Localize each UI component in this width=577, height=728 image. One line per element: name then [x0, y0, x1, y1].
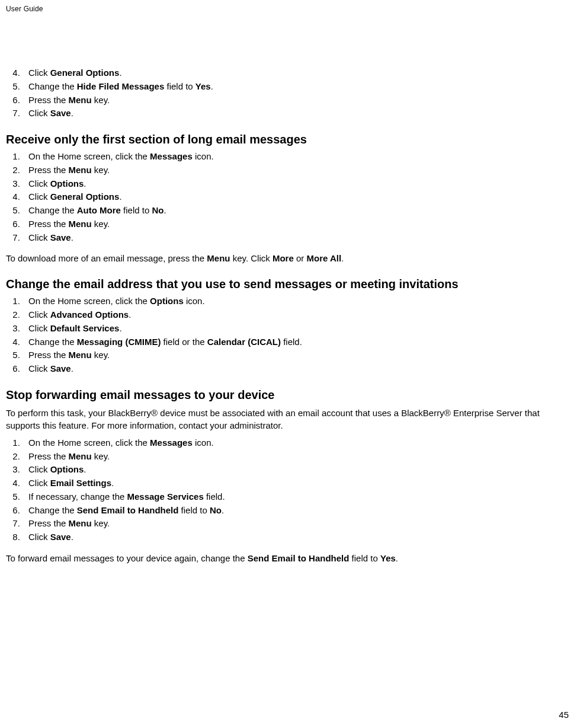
bold: Options [50, 464, 84, 474]
bold: Menu [207, 253, 230, 263]
text: Press the [28, 219, 69, 229]
step-item: Change the Hide Filed Messages field to … [23, 80, 571, 93]
text: Press the [28, 350, 69, 360]
bold: Menu [69, 95, 92, 105]
bold: Save [50, 232, 71, 242]
bold: Messages [150, 438, 193, 448]
step-item: Press the Menu key. [23, 164, 571, 177]
step-item: Press the Menu key. [23, 218, 571, 231]
bold: Options [150, 296, 184, 306]
bold: Hide Filed Messages [77, 81, 165, 91]
bold: Menu [69, 219, 92, 229]
step-item: Click Default Services. [23, 322, 571, 335]
step-item: Click Save. [23, 362, 571, 375]
steps-list-d: On the Home screen, click the Messages i… [6, 436, 571, 544]
step-item: Click General Options. [23, 66, 571, 79]
text: . [119, 68, 121, 78]
step-item: On the Home screen, click the Options ic… [23, 295, 571, 308]
page: User Guide Click General Options.Change … [0, 0, 577, 728]
text: key. [92, 350, 110, 360]
text: Click [28, 309, 50, 320]
step-item: Press the Menu key. [23, 94, 571, 107]
step-item: Change the Auto More field to No. [23, 204, 571, 217]
step-item: If necessary, change the Message Service… [23, 490, 571, 503]
step-item: Click General Options. [23, 190, 571, 203]
step-item: Click Save. [23, 231, 571, 244]
steps-list-b: On the Home screen, click the Messages i… [6, 150, 571, 244]
bold: Send Email to Handheld [77, 505, 179, 515]
page-number: 45 [559, 710, 569, 720]
bold: Save [50, 108, 71, 118]
text: On the Home screen, click the [28, 151, 150, 161]
text: key. [92, 219, 110, 229]
bold: Menu [69, 350, 92, 360]
text: . [111, 478, 114, 488]
bold: Auto More [77, 205, 121, 215]
text: On the Home screen, click the [28, 296, 150, 306]
bold: Send Email to Handheld [248, 553, 350, 563]
text: . [119, 323, 121, 333]
step-item: Change the Send Email to Handheld field … [23, 504, 571, 517]
text: Click [28, 232, 50, 242]
text: Change the [28, 505, 77, 515]
step-item: On the Home screen, click the Messages i… [23, 436, 571, 449]
text: Click [28, 108, 50, 118]
step-item: Press the Menu key. [23, 517, 571, 530]
text: To download more of an email message, pr… [6, 253, 207, 263]
text: . [129, 309, 131, 320]
text: . [341, 253, 344, 263]
text: . [84, 178, 86, 189]
text: . [71, 363, 73, 373]
bold: Messages [150, 151, 193, 161]
text: field or the [161, 337, 207, 347]
text: . [222, 505, 224, 515]
bold: No [152, 205, 164, 215]
text: . [71, 232, 73, 242]
bold: Yes [380, 553, 396, 563]
text: . [164, 205, 166, 215]
section-d-tail: To forward email messages to your device… [6, 552, 571, 564]
text: Click [28, 191, 50, 202]
step-item: Click Save. [23, 107, 571, 120]
bold: Advanced Options [50, 309, 129, 320]
text: Click [28, 478, 50, 488]
bold: Menu [69, 451, 92, 461]
bold: General Options [50, 68, 120, 78]
bold: Menu [69, 518, 92, 528]
text: key. Click [230, 253, 273, 263]
text: Click [28, 178, 50, 189]
text: key. [92, 518, 110, 528]
text: key. [92, 95, 110, 105]
bold: No [210, 505, 222, 515]
bold: General Options [50, 191, 120, 202]
content: Click General Options.Change the Hide Fi… [6, 66, 571, 564]
step-item: Click Options. [23, 177, 571, 190]
steps-list-a: Click General Options.Change the Hide Fi… [6, 66, 571, 120]
bold: Messaging (CMIME) [77, 337, 161, 347]
bold: Yes [195, 81, 211, 91]
step-item: Click Options. [23, 463, 571, 476]
bold: Options [50, 178, 84, 189]
step-item: Click Email Settings. [23, 477, 571, 490]
text: . [119, 191, 121, 202]
step-item: Click Advanced Options. [23, 308, 571, 321]
text: To forward email messages to your device… [6, 553, 248, 563]
text: Change the [28, 205, 77, 215]
text: Change the [28, 81, 77, 91]
bold: More All [306, 253, 341, 263]
steps-list-c: On the Home screen, click the Options ic… [6, 295, 571, 375]
bold: Default Services [50, 323, 120, 333]
text: field. [204, 491, 225, 502]
step-item: Press the Menu key. [23, 450, 571, 463]
header-label: User Guide [6, 5, 571, 13]
text: If necessary, change the [28, 491, 127, 502]
text: Press the [28, 165, 69, 175]
text: Click [28, 532, 50, 542]
bold: Save [50, 532, 71, 542]
text: Press the [28, 451, 69, 461]
step-item: Click Save. [23, 531, 571, 544]
bold: More [273, 253, 294, 263]
text: icon. [184, 296, 205, 306]
text: . [396, 553, 398, 563]
text: key. [92, 451, 110, 461]
